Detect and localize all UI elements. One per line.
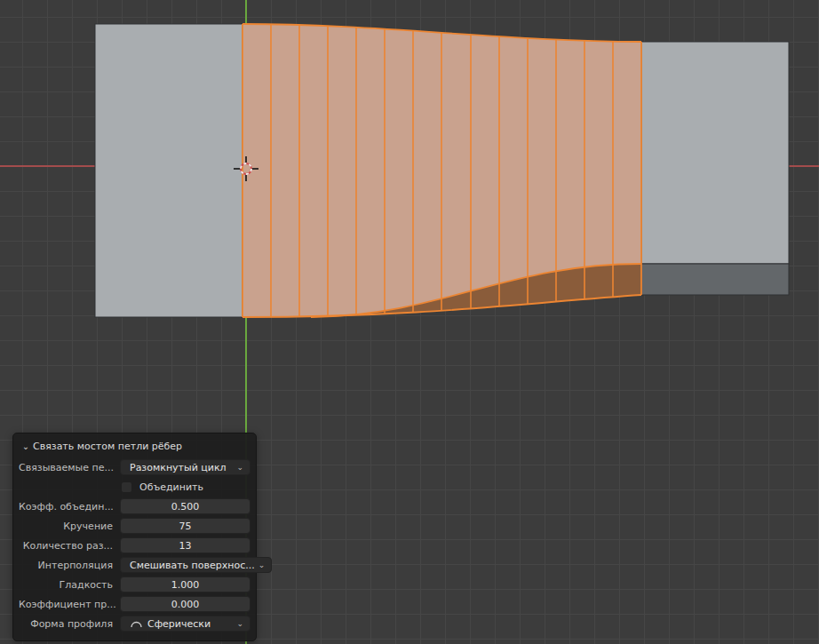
row-profile-factor: Коэффициент пр... 0.000 [19,594,250,614]
dropdown-value: Смешивать поверхнос... [130,560,255,571]
interpolation-dropdown[interactable]: Смешивать поверхнос... ⌄ [120,557,272,573]
field-label: Коэффициент пр... [19,599,120,610]
right-face[interactable] [641,42,789,264]
row-merge: Объединить [19,477,250,497]
row-profile-shape: Форма профиля Сферически ⌄ [19,614,250,633]
field-label: Гладкость [19,579,120,591]
field-label: Кручение [19,521,120,532]
twist-field[interactable]: 75 [120,518,250,534]
row-smoothness: Гладкость 1.000 [19,575,250,594]
row-loop-connection: Связываемые пе... Разомкнутый цикл ⌄ [19,457,250,477]
merge-factor-field[interactable]: 0.500 [120,498,250,514]
merge-checkbox[interactable] [121,481,132,493]
field-label: Форма профиля [19,618,120,630]
panel-header[interactable]: ⌄ Связать мостом петли рёбер [19,438,250,455]
row-twist: Кручение 75 [19,516,250,536]
field-label: Связываемые пе... [19,462,120,473]
profile-factor-field[interactable]: 0.000 [120,596,250,612]
left-face[interactable] [95,24,243,317]
collapse-chevron-icon[interactable]: ⌄ [19,441,33,451]
field-label: Количество раз... [19,540,120,552]
smoothness-field[interactable]: 1.000 [120,576,250,592]
loop-connection-dropdown[interactable]: Разомкнутый цикл ⌄ [120,459,250,475]
row-interpolation: Интерполяция Смешивать поверхнос... ⌄ [19,555,250,575]
number-of-cuts-field[interactable]: 13 [120,537,250,553]
dropdown-value: Сферически [147,618,233,630]
right-face-shaded[interactable] [641,264,789,295]
row-merge-factor: Коэфф. объедин... 0.500 [19,497,250,516]
field-label: Коэфф. объедин... [19,501,120,513]
profile-curve-icon [130,618,142,629]
chevron-down-icon: ⌄ [236,463,243,472]
panel-title: Связать мостом петли рёбер [33,441,182,452]
chevron-down-icon: ⌄ [236,619,243,628]
profile-shape-dropdown[interactable]: Сферически ⌄ [120,616,250,632]
dropdown-value: Разомкнутый цикл [130,462,233,473]
checkbox-label: Объединить [139,481,203,493]
operator-panel: ⌄ Связать мостом петли рёбер Связываемые… [12,433,257,641]
chevron-down-icon: ⌄ [258,561,266,569]
field-label: Интерполяция [19,560,120,571]
row-number-of-cuts: Количество раз... 13 [19,536,250,555]
